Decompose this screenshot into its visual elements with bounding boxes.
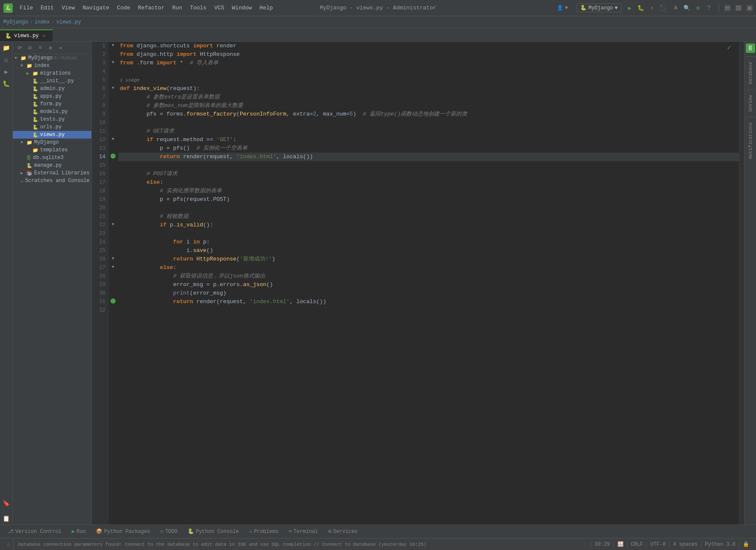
gutter-bookmark-31[interactable] [110, 298, 116, 304]
status-position[interactable]: 30:29 [591, 541, 614, 547]
code-line-4[interactable] [118, 67, 739, 76]
close-button[interactable]: ✕ [747, 5, 753, 11]
database-label[interactable]: Database [748, 60, 753, 86]
gutter-fold-12[interactable]: ▼ [110, 136, 116, 142]
gutter-fold-6[interactable]: ▼ [110, 84, 116, 91]
code-line-29[interactable]: error_msg = p.errors.as_json() [118, 281, 739, 289]
code-line-16[interactable]: # POST请求 [118, 170, 739, 178]
gutter-fold-22[interactable]: ▼ [110, 221, 116, 228]
code-line-28[interactable]: # 获取错误信息，并以json格式输出 [118, 272, 739, 281]
code-line-11[interactable]: # GET请求 [118, 127, 739, 136]
structure-button[interactable]: 📋 [2, 514, 11, 523]
run-config-button[interactable]: 🐍 MyDjango ▼ [576, 3, 622, 12]
code-line-20[interactable] [118, 204, 739, 212]
tree-item-mydjango-sub[interactable]: ▼ 📁 MyDjango [13, 139, 91, 146]
menu-vcs[interactable]: VCS [211, 3, 227, 13]
code-line-23[interactable] [118, 229, 739, 238]
code-line-17[interactable]: else: [118, 178, 739, 187]
code-line-14[interactable]: return render(request, 'index.html', loc… [118, 153, 739, 161]
debug-button[interactable]: 🐛 [636, 3, 646, 13]
tree-item-views-py[interactable]: 🐍 views.py [13, 131, 91, 139]
status-encoding[interactable]: UTF-8 [646, 541, 669, 547]
code-line-8[interactable]: # 参数max_num是限制表单的最大数量 [118, 101, 739, 110]
run-button[interactable]: ▶ [625, 3, 634, 13]
tree-item-admin-py[interactable]: 🐍 admin.py [13, 85, 91, 93]
sidebar-sync-button[interactable]: ⟳ [15, 43, 24, 52]
breadcrumb-project[interactable]: MyDjango [3, 19, 28, 25]
code-line-31[interactable]: return render(request, 'index.html', loc… [118, 298, 739, 306]
code-line-12[interactable]: if request.method == 'GET': [118, 136, 739, 144]
status-warning-button[interactable]: ⚠ [3, 538, 14, 550]
breadcrumb-file[interactable]: views.py [56, 19, 81, 25]
tree-item-mydjango-root[interactable]: ▼ 📁 MyDjango D:\MyDjan [13, 54, 91, 62]
breadcrumb-module[interactable]: index [35, 19, 50, 25]
tree-item-form-py[interactable]: 🐍 form.py [13, 100, 91, 108]
tree-item-init-py[interactable]: 🐍 __init__.py [13, 77, 91, 85]
run-view-button[interactable]: ▶ [2, 67, 11, 76]
code-line-25[interactable]: i.save() [118, 246, 739, 255]
coverage-button[interactable]: ⚡ [647, 3, 657, 13]
stop-button[interactable]: ⬛ [658, 3, 668, 13]
code-line-1[interactable]: from django.shortcuts import render [118, 42, 739, 50]
code-line-27[interactable]: else: [118, 263, 739, 272]
tab-services[interactable]: ⚙ Services [324, 527, 362, 536]
translate-button[interactable]: A [671, 3, 680, 13]
menu-file[interactable]: File [16, 3, 36, 13]
help-icon-button[interactable]: ? [704, 3, 714, 13]
maximize-button[interactable]: □ [736, 5, 741, 11]
code-line-6[interactable]: def index_view(request): [118, 84, 739, 93]
code-line-9[interactable]: pfs = forms.formset_factory(PersonInfoFo… [118, 110, 739, 119]
status-line-ending[interactable]: CRLF [627, 541, 647, 547]
code-line-24[interactable]: for i in p: [118, 238, 739, 246]
tree-item-apps-py[interactable]: 🐍 apps.py [13, 93, 91, 100]
minimize-button[interactable]: ─ [724, 5, 730, 11]
tab-version-control[interactable]: ⎇ Version Control [3, 527, 66, 536]
tree-item-scratches[interactable]: ✏ Scratches and Console [13, 177, 91, 185]
code-line-21[interactable]: # 校验数据 [118, 212, 739, 221]
project-view-button[interactable]: 📁 [2, 43, 11, 52]
sidebar-settings-button[interactable]: ⚙ [46, 43, 55, 52]
code-line-13[interactable]: p = pfs() # 实例化一个空表单 [118, 144, 739, 153]
debug-view-button[interactable]: 🐛 [2, 79, 11, 88]
menu-refactor[interactable]: Refactor [134, 3, 168, 13]
tree-item-urls-py[interactable]: 🐍 urls.py [13, 123, 91, 131]
menu-edit[interactable]: Edit [37, 3, 57, 13]
tab-python-packages[interactable]: 📦 Python Packages [92, 527, 154, 536]
gutter-fold-3[interactable]: ▼ [110, 59, 116, 66]
minimap-scrollbar[interactable] [739, 42, 744, 524]
tab-run[interactable]: ▶ Run [67, 527, 90, 536]
tab-problems[interactable]: ⚠ Problems [245, 527, 283, 536]
code-line-22[interactable]: if p.is_valid(): [118, 221, 739, 229]
bookmarks-button[interactable]: 🔖 [2, 499, 11, 507]
status-lock-button[interactable]: 🔒 [739, 541, 753, 547]
code-line-30[interactable]: print(error_msg) [118, 289, 739, 298]
code-line-32[interactable] [118, 306, 739, 315]
code-line-5[interactable]: 1 usage [118, 76, 739, 84]
code-line-7[interactable]: # 参数extra是设置表单数据 [118, 93, 739, 101]
tab-python-console[interactable]: 🐍 Python Console [183, 527, 243, 536]
tree-item-migrations[interactable]: ▶ 📁 migrations [13, 69, 91, 77]
tree-item-manage-py[interactable]: 🐍 manage.py [13, 162, 91, 169]
status-os-icon[interactable]: 🪟 [614, 541, 627, 547]
tree-item-external-libs[interactable]: ▶ 📚 External Libraries [13, 169, 91, 177]
tab-todo[interactable]: ☑ TODO [156, 527, 182, 536]
notifications-label[interactable]: Notifications [748, 121, 753, 161]
sidebar-collapse-button[interactable]: ⊟ [26, 43, 34, 52]
code-line-10[interactable] [118, 119, 739, 127]
tree-item-db-sqlite3[interactable]: 🗄 db.sqlite3 [13, 154, 91, 162]
code-line-3[interactable]: from .form import * # 导入表单 [118, 59, 739, 67]
gutter-fold-1[interactable]: ▼ [110, 42, 116, 49]
code-lines[interactable]: 1 usage from django.shortcuts import ren… [118, 42, 739, 524]
menu-help[interactable]: Help [256, 3, 276, 13]
menu-run[interactable]: Run [169, 3, 186, 13]
tree-item-index[interactable]: ▼ 📁 index [13, 62, 91, 69]
tree-item-tests-py[interactable]: 🐍 tests.py [13, 116, 91, 123]
search-button[interactable]: 🔍 [682, 3, 692, 13]
soview-label[interactable]: SoView [748, 93, 753, 114]
commit-button[interactable]: ☑ [2, 55, 11, 64]
tab-views-py[interactable]: 🐍 views.py ✕ [0, 29, 53, 41]
code-line-26[interactable]: return HttpResponse('新增成功!') [118, 255, 739, 263]
gutter-breakpoint-14[interactable] [110, 153, 116, 159]
code-line-15[interactable] [118, 161, 739, 170]
status-python-version[interactable]: Python 3.8 [701, 541, 739, 547]
